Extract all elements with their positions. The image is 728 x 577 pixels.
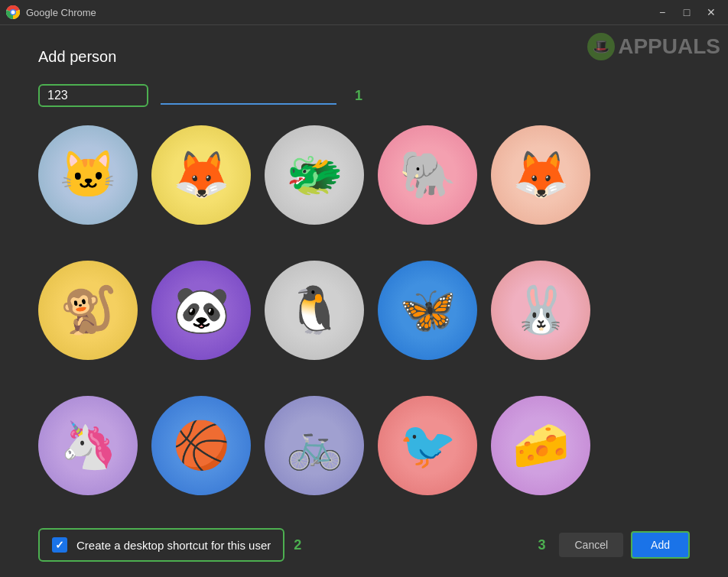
avatar-emoji-dragon: 🐲 bbox=[286, 152, 343, 198]
avatar-grid-container: 🐱🦊🐲🐘🦊🐒🐼🐧🦋🐰🦄🏀🚲🐦🧀 bbox=[38, 125, 690, 517]
avatar-emoji-elephant: 🐘 bbox=[399, 152, 457, 198]
avatar-emoji-bike: 🚲 bbox=[286, 423, 343, 468]
avatar-emoji-butterfly: 🦋 bbox=[399, 287, 457, 333]
avatar-emoji-bird: 🐦 bbox=[399, 423, 457, 468]
svg-point-2 bbox=[11, 11, 15, 15]
close-button[interactable]: ✕ bbox=[700, 2, 722, 23]
main-content: 🎩 APPUALS Add person 1 🐱🦊🐲🐘🦊🐒🐼🐧🦋🐰🦄🏀🚲🐦🧀 ✓… bbox=[0, 25, 728, 577]
avatar-item-monkey[interactable]: 🐒 bbox=[38, 261, 138, 360]
avatar-item-cat[interactable]: 🐱 bbox=[38, 125, 138, 225]
name-input-wrapper bbox=[38, 84, 148, 107]
chrome-logo-icon bbox=[6, 5, 20, 19]
name-underline-input[interactable] bbox=[161, 86, 336, 105]
name-input-row: 1 bbox=[38, 84, 690, 107]
avatar-item-elephant[interactable]: 🐘 bbox=[378, 125, 477, 225]
avatar-item-unicorn[interactable]: 🦄 bbox=[38, 396, 138, 495]
avatar-emoji-unicorn: 🦄 bbox=[60, 423, 117, 468]
step3-label: 3 bbox=[538, 537, 545, 553]
titlebar-left: Google Chrome bbox=[6, 5, 96, 19]
avatar-item-basketball[interactable]: 🏀 bbox=[151, 396, 251, 495]
avatar-item-penguin[interactable]: 🐧 bbox=[265, 261, 364, 360]
action-buttons: 3 Cancel Add bbox=[538, 531, 690, 559]
titlebar: Google Chrome − □ ✕ bbox=[0, 0, 728, 25]
avatar-grid: 🐱🦊🐲🐘🦊🐒🐼🐧🦋🐰🦄🏀🚲🐦🧀 bbox=[38, 125, 690, 517]
avatar-item-rabbit[interactable]: 🐰 bbox=[491, 261, 590, 360]
avatar-item-fox-pink[interactable]: 🦊 bbox=[491, 125, 590, 225]
avatar-emoji-penguin: 🐧 bbox=[286, 287, 343, 333]
maximize-button[interactable]: □ bbox=[676, 2, 697, 23]
avatar-item-dragon[interactable]: 🐲 bbox=[265, 125, 364, 225]
titlebar-title: Google Chrome bbox=[26, 7, 96, 18]
avatar-emoji-cat: 🐱 bbox=[60, 152, 117, 198]
avatar-item-bird[interactable]: 🐦 bbox=[378, 396, 477, 495]
step2-label: 2 bbox=[294, 537, 301, 553]
bottom-bar: ✓ Create a desktop shortcut for this use… bbox=[38, 528, 690, 562]
avatar-emoji-basketball: 🏀 bbox=[173, 423, 230, 468]
watermark-icon: 🎩 bbox=[587, 33, 615, 60]
avatar-emoji-rabbit: 🐰 bbox=[512, 287, 570, 333]
step1-label: 1 bbox=[355, 88, 362, 104]
watermark-text: APPUALS bbox=[618, 34, 720, 59]
avatar-item-bike[interactable]: 🚲 bbox=[265, 396, 364, 495]
avatar-emoji-fox-pink: 🦊 bbox=[512, 152, 570, 198]
name-input[interactable] bbox=[47, 89, 139, 102]
name-underline-wrapper bbox=[161, 86, 336, 105]
avatar-emoji-panda: 🐼 bbox=[173, 287, 230, 333]
avatar-item-fox-orange[interactable]: 🦊 bbox=[151, 125, 251, 225]
avatar-item-panda[interactable]: 🐼 bbox=[151, 261, 251, 360]
avatar-emoji-monkey: 🐒 bbox=[60, 287, 117, 333]
checkbox-box: ✓ bbox=[52, 537, 67, 553]
titlebar-controls: − □ ✕ bbox=[652, 2, 722, 23]
cancel-button[interactable]: Cancel bbox=[559, 533, 623, 557]
minimize-button[interactable]: − bbox=[652, 2, 673, 23]
avatar-emoji-fox-orange: 🦊 bbox=[173, 152, 230, 198]
checkbox-check-icon: ✓ bbox=[55, 539, 64, 551]
avatar-emoji-cheese: 🧀 bbox=[512, 423, 570, 468]
checkbox-label: Create a desktop shortcut for this user bbox=[76, 539, 271, 552]
avatar-item-butterfly[interactable]: 🦋 bbox=[378, 261, 477, 360]
add-button[interactable]: Add bbox=[631, 531, 690, 559]
desktop-shortcut-checkbox-area[interactable]: ✓ Create a desktop shortcut for this use… bbox=[38, 528, 284, 562]
watermark: 🎩 APPUALS bbox=[587, 33, 720, 60]
avatar-item-cheese[interactable]: 🧀 bbox=[491, 396, 590, 495]
